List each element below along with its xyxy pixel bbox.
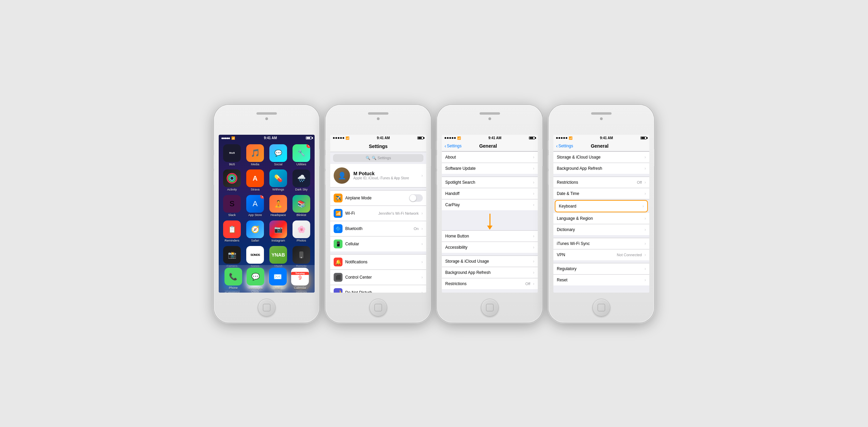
mute-button[interactable] [213,141,214,150]
app-instagram[interactable]: 📷 Instagram [268,220,288,243]
accessibility-cell[interactable]: Accessibility › [442,242,538,253]
itunes-wifi-cell[interactable]: iTunes Wi-Fi Sync › [553,238,649,249]
app-withings-icon: 💊 [269,169,287,187]
volume-up-button[interactable] [213,155,214,169]
app-activity[interactable]: Activity [222,169,242,192]
storage-cell-4[interactable]: Storage & iCloud Usage › [553,152,649,163]
wifi-icon-3: 📶 [457,136,461,140]
volume-up-button-3[interactable] [436,155,437,169]
arrow-head [487,226,493,230]
mute-button-3[interactable] [436,141,437,150]
home-button-2[interactable] [369,299,387,316]
power-button-2[interactable] [431,149,432,166]
spotlight-cell[interactable]: Spotlight Search › [442,177,538,188]
volume-down-button-3[interactable] [436,171,437,185]
handoff-cell[interactable]: Handoff › [442,188,538,199]
language-chevron: › [645,216,646,221]
airplane-toggle[interactable] [409,194,423,202]
general2-group-4: Regulatory › Reset › [553,263,649,285]
dock-mail[interactable]: ✉️ Mail [269,268,287,290]
mute-button-2[interactable] [324,141,326,150]
app-utilities[interactable]: 🔧 2 Utilities [291,144,311,166]
bluetooth-cell[interactable]: 🔷 Bluetooth On › [330,221,426,236]
profile-chevron: › [421,173,423,178]
about-cell[interactable]: About › [442,152,538,163]
app-social[interactable]: 💬 Social [268,144,288,166]
app-safari-label: Safari [251,239,259,243]
settings-title: Settings [330,142,426,152]
volume-up-button-2[interactable] [324,155,326,169]
reset-cell[interactable]: Reset › [553,275,649,285]
app-strava-icon: A [246,169,264,187]
carplay-cell[interactable]: CarPlay › [442,199,538,210]
general-nav-title: General [462,143,515,149]
keyboard-cell[interactable]: Keyboard › [555,200,648,212]
storage-label: Storage & iCloud Usage [445,259,530,264]
dock-calendar-label: Calendar [294,286,306,290]
app-9to5[interactable]: 9to5 9to5 [222,144,242,166]
app-darksky[interactable]: 🌧️ Dark Sky [291,169,311,192]
bg-refresh-cell-4[interactable]: Background App Refresh › [553,163,649,174]
home-button-4[interactable] [592,299,610,316]
profile-cell[interactable]: 👤 M Potuck Apple ID, iCloud, iTunes & Ap… [330,164,426,187]
app-instagram-label: Instagram [271,239,285,243]
iphone-bottom-3 [437,293,542,323]
software-update-cell[interactable]: Software Update › [442,163,538,174]
iphone-2: 📶 9:41 AM Settings 🔍 🔍 Settings [326,105,431,323]
restrictions-cell[interactable]: Restrictions Off › [442,278,538,289]
bg-refresh-cell[interactable]: Background App Refresh › [442,267,538,278]
regulatory-cell[interactable]: Regulatory › [553,263,649,275]
app-media[interactable]: 🎵 Media [245,144,265,166]
dock-calendar[interactable]: Tuesday 9 Calendar [291,268,309,290]
keyboard-chevron: › [642,204,644,209]
app-safari[interactable]: 🧭 Safari [245,220,265,243]
app-withings[interactable]: 💊 Withings [268,169,288,192]
regulatory-chevron: › [645,266,646,271]
wifi-cell[interactable]: 📶 Wi-Fi Jennifer's Wi-Fi Network › [330,206,426,221]
app-strava[interactable]: A Strava [245,169,265,192]
vpn-cell[interactable]: VPN Not Connected › [553,249,649,260]
app-reminders[interactable]: 📋 Reminders [222,220,242,243]
app-headspace[interactable]: 🧘 Headspace [268,195,288,217]
app-slack-icon: S [223,195,241,213]
language-cell[interactable]: Language & Region › [553,213,649,224]
power-button[interactable] [319,149,321,166]
arrow-container [442,213,538,230]
back-to-settings-4[interactable]: ‹ Settings [556,143,573,149]
volume-down-button[interactable] [213,171,214,185]
back-to-settings[interactable]: ‹ Settings [445,143,462,149]
front-camera [265,117,268,120]
volume-up-button-4[interactable] [547,155,549,169]
date-time-cell[interactable]: Date & Time › [553,188,649,199]
dock-messages[interactable]: 💬 Messages [247,268,264,290]
cellular-cell[interactable]: 📱 Cellular › [330,236,426,251]
app-photos[interactable]: 🌸 Photos [291,220,311,243]
mute-button-4[interactable] [547,141,549,150]
app-appstore[interactable]: A 3 App Store [245,195,265,217]
app-slack[interactable]: S Slack [222,195,242,217]
home-button-cell[interactable]: Home Button › [442,231,538,242]
home-button-1[interactable] [258,299,276,316]
dock-phone[interactable]: 📞 Phone [224,268,242,290]
home-button-3[interactable] [481,299,499,316]
dnd-cell[interactable]: 🌙 Do Not Disturb › [330,285,426,293]
regulatory-label: Regulatory [557,266,642,271]
appstore-badge: 3 [260,195,264,199]
settings-search[interactable]: 🔍 🔍 Settings [333,154,423,162]
reset-chevron: › [645,278,646,282]
app-photos-label: Photos [297,239,306,243]
control-center-cell[interactable]: ⬛ Control Center › [330,270,426,285]
accessibility-label: Accessibility [445,245,530,250]
bluetooth-value: On [414,227,419,231]
app-blinkist[interactable]: 📚 Blinkist [291,195,311,217]
storage-cell[interactable]: Storage & iCloud Usage › [442,256,538,267]
itunes-wifi-label: iTunes Wi-Fi Sync [557,241,642,246]
airplane-cell[interactable]: ✈️ Airplane Mode [330,191,426,206]
volume-down-button-4[interactable] [547,171,549,185]
volume-down-button-2[interactable] [324,171,326,185]
power-button-4[interactable] [654,149,655,166]
notifications-cell[interactable]: 🔔 Notifications › [330,254,426,270]
dictionary-cell[interactable]: Dictionary › [553,224,649,235]
power-button-3[interactable] [542,149,544,166]
restrictions-cell-4[interactable]: Restrictions Off › [553,177,649,188]
